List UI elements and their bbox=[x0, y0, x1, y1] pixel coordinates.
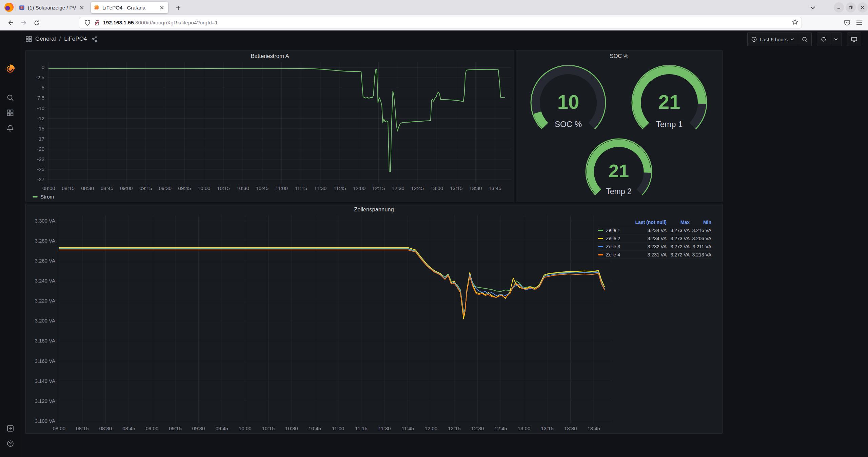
legend-value: 3.216 VA bbox=[690, 228, 711, 233]
legend-item-strom[interactable]: Strom bbox=[33, 194, 54, 200]
legend-column-header[interactable]: Last (not null) bbox=[625, 220, 667, 225]
svg-text:13:00: 13:00 bbox=[518, 425, 531, 431]
svg-text:09:30: 09:30 bbox=[159, 185, 172, 191]
legend-value: 3.272 VA bbox=[667, 244, 690, 249]
series-swatch bbox=[598, 254, 603, 255]
svg-text:12:45: 12:45 bbox=[411, 185, 424, 191]
svg-text:-2.5: -2.5 bbox=[36, 75, 44, 80]
alerting-bell-icon[interactable] bbox=[0, 121, 20, 136]
grafana-sidebar bbox=[0, 30, 20, 457]
time-range-picker[interactable]: Last 6 hours bbox=[748, 33, 798, 46]
apps-icon bbox=[26, 36, 32, 42]
grafana-logo[interactable] bbox=[0, 62, 20, 77]
navbar-controls: Last 6 hours bbox=[747, 33, 861, 46]
refresh-group bbox=[817, 33, 842, 46]
firefox-logo bbox=[4, 3, 14, 12]
svg-text:3.300 VA: 3.300 VA bbox=[35, 218, 55, 224]
svg-text:08:45: 08:45 bbox=[122, 425, 135, 431]
tab-title: (1) Solaranzeige / PV-Mo bbox=[28, 5, 76, 11]
legend-value: 3.232 VA bbox=[625, 244, 667, 249]
reload-button[interactable] bbox=[31, 17, 42, 28]
dashboards-icon[interactable] bbox=[0, 105, 20, 120]
close-window-button[interactable] bbox=[857, 2, 868, 13]
star-icon[interactable] bbox=[792, 19, 798, 26]
legend-value: 3.273 VA bbox=[667, 228, 690, 233]
legend-table: Last (not null)MaxMinZelle 13.234 VA3.27… bbox=[598, 218, 711, 259]
legend-row[interactable]: Zelle 23.234 VA3.273 VA3.206 VA bbox=[598, 234, 711, 243]
dashboard-grid: Batteriestrom A 0-2.5-5-7.5-10-12-15-17-… bbox=[20, 47, 868, 457]
svg-text:08:45: 08:45 bbox=[101, 185, 114, 191]
share-icon[interactable] bbox=[92, 36, 97, 42]
svg-text:13:30: 13:30 bbox=[469, 185, 482, 191]
tab-grafana[interactable]: LiFePO4 - Grafana bbox=[91, 2, 168, 13]
dashboard-navbar: General / LiFePO4 Last 6 hours bbox=[20, 30, 868, 47]
time-series-chart-strom[interactable]: 0-2.5-5-7.5-10-12-15-17-20-22-25-2708:00… bbox=[26, 50, 514, 202]
help-icon[interactable] bbox=[0, 436, 20, 451]
svg-text:08:30: 08:30 bbox=[81, 185, 94, 191]
minimize-button[interactable] bbox=[834, 2, 844, 13]
list-tabs-chevron-icon[interactable] bbox=[808, 3, 817, 12]
tv-mode-button[interactable] bbox=[847, 33, 861, 46]
tab-title: LiFePO4 - Grafana bbox=[102, 5, 156, 11]
series-label: Strom bbox=[40, 194, 54, 200]
zoom-out-icon bbox=[802, 37, 808, 42]
svg-text:3.100 VA: 3.100 VA bbox=[35, 418, 55, 424]
chevron-down-icon bbox=[834, 38, 838, 41]
svg-text:3.120 VA: 3.120 VA bbox=[35, 398, 55, 404]
new-tab-button[interactable] bbox=[174, 3, 183, 13]
legend-column-header[interactable]: Max bbox=[667, 220, 690, 225]
svg-text:09:45: 09:45 bbox=[178, 185, 191, 191]
panel-title[interactable]: Batteriestrom A bbox=[26, 53, 514, 59]
svg-text:11:15: 11:15 bbox=[355, 425, 367, 431]
close-icon[interactable] bbox=[78, 4, 85, 11]
refresh-button[interactable] bbox=[817, 33, 830, 46]
series-name: Zelle 2 bbox=[598, 236, 625, 241]
time-range-label: Last 6 hours bbox=[760, 37, 788, 42]
menu-icon[interactable] bbox=[854, 17, 865, 28]
lock-strike-icon[interactable] bbox=[92, 20, 102, 26]
url-bar[interactable]: 192.168.1.55:3000/d/xooqnXgRk/lifepo4?or… bbox=[79, 17, 802, 28]
svg-text:13:00: 13:00 bbox=[430, 185, 443, 191]
breadcrumb-folder[interactable]: General bbox=[35, 36, 56, 42]
svg-text:13:15: 13:15 bbox=[450, 185, 463, 191]
svg-text:-5: -5 bbox=[40, 85, 44, 90]
svg-text:3.240 VA: 3.240 VA bbox=[35, 278, 55, 284]
tab-solaranzeige[interactable]: (1) Solaranzeige / PV-Mo bbox=[16, 2, 88, 13]
svg-text:21: 21 bbox=[609, 161, 629, 181]
screen: (1) Solaranzeige / PV-Mo LiFePO4 - Grafa… bbox=[0, 0, 868, 457]
url-text[interactable]: 192.168.1.55:3000/d/xooqnXgRk/lifepo4?or… bbox=[103, 20, 218, 26]
close-icon[interactable] bbox=[158, 4, 165, 11]
shield-icon[interactable] bbox=[83, 20, 92, 26]
sign-in-icon[interactable] bbox=[0, 421, 20, 436]
series-swatch bbox=[598, 238, 603, 239]
svg-text:3.200 VA: 3.200 VA bbox=[35, 318, 55, 324]
back-button[interactable] bbox=[5, 17, 16, 28]
svg-text:Temp 1: Temp 1 bbox=[656, 120, 683, 129]
panel-title[interactable]: SOC % bbox=[516, 53, 722, 59]
svg-text:12:15: 12:15 bbox=[448, 425, 461, 431]
svg-text:10:15: 10:15 bbox=[217, 185, 230, 191]
zoom-out-button[interactable] bbox=[798, 33, 811, 46]
panel-title[interactable]: Zellenspannung bbox=[26, 206, 722, 213]
svg-text:09:00: 09:00 bbox=[120, 185, 133, 191]
breadcrumb-dashboard[interactable]: LiFePO4 bbox=[64, 36, 87, 42]
svg-text:09:15: 09:15 bbox=[139, 185, 152, 191]
solaranzeige-favicon bbox=[19, 5, 25, 11]
svg-text:3.260 VA: 3.260 VA bbox=[35, 258, 55, 264]
refresh-interval-dropdown[interactable] bbox=[830, 33, 842, 46]
svg-text:09:00: 09:00 bbox=[146, 425, 159, 431]
legend-row[interactable]: Zelle 43.231 VA3.272 VA3.213 VA bbox=[598, 251, 711, 259]
svg-text:12:00: 12:00 bbox=[353, 185, 366, 191]
pocket-icon[interactable] bbox=[842, 17, 852, 28]
panel-soc: SOC % 10SOC % 21Temp 1 21Temp 2 bbox=[516, 50, 723, 202]
svg-text:10:00: 10:00 bbox=[198, 185, 211, 191]
legend-row[interactable]: Zelle 33.232 VA3.272 VA3.211 VA bbox=[598, 243, 711, 251]
svg-text:12:30: 12:30 bbox=[392, 185, 405, 191]
forward-button[interactable] bbox=[18, 17, 29, 28]
svg-text:3.140 VA: 3.140 VA bbox=[35, 378, 55, 384]
legend-row[interactable]: Zelle 13.234 VA3.273 VA3.216 VA bbox=[598, 226, 711, 234]
search-icon[interactable] bbox=[0, 90, 20, 105]
legend-value: 3.206 VA bbox=[690, 236, 711, 241]
restore-button[interactable] bbox=[846, 2, 856, 13]
legend-column-header[interactable]: Min bbox=[690, 220, 711, 225]
